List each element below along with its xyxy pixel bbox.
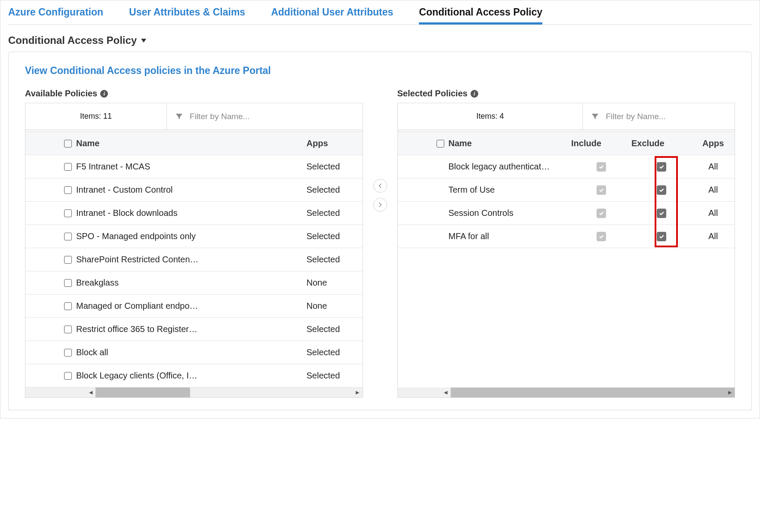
table-row[interactable]: BreakglassNone [25, 271, 363, 295]
policy-apps: Selected [307, 347, 363, 357]
available-policies-title: Available Policies [25, 89, 97, 98]
policy-name: F5 Intranet - MCAS [76, 162, 307, 172]
exclude-checkbox[interactable] [657, 162, 666, 172]
policy-apps: Selected [307, 255, 363, 264]
selected-items-count: Items: 4 [398, 103, 583, 129]
selected-filter-input[interactable] [606, 112, 727, 121]
tab-azure-configuration[interactable]: Azure Configuration [8, 5, 103, 25]
view-portal-link[interactable]: View Conditional Access policies in the … [25, 65, 271, 77]
policy-name: Session Controls [449, 208, 572, 218]
policy-panel: View Conditional Access policies in the … [8, 52, 752, 410]
tab-user-attributes-claims[interactable]: User Attributes & Claims [129, 5, 245, 25]
row-checkbox[interactable] [64, 326, 72, 333]
table-row[interactable]: Block legacy authenticat…All [398, 155, 735, 178]
row-checkbox[interactable] [64, 186, 72, 194]
policy-apps: Selected [307, 162, 363, 172]
policy-apps: None [307, 278, 363, 288]
row-checkbox[interactable] [64, 302, 72, 310]
selected-header-apps[interactable]: Apps [692, 138, 735, 148]
selected-select-all-checkbox[interactable] [437, 140, 444, 148]
table-row[interactable]: Block allSelected [25, 341, 363, 364]
policy-apps: All [692, 208, 735, 218]
available-items-count: Items: 11 [25, 103, 167, 129]
row-checkbox[interactable] [64, 279, 72, 287]
include-checkbox[interactable] [597, 209, 606, 218]
selected-rows-area: Block legacy authenticat…AllTerm of UseA… [398, 155, 735, 387]
table-row[interactable]: SPO - Managed endpoints onlySelected [25, 225, 363, 248]
include-checkbox[interactable] [597, 162, 606, 172]
row-checkbox[interactable] [64, 209, 72, 217]
available-header-name[interactable]: Name [76, 138, 307, 148]
policy-name: Breakglass [76, 278, 307, 288]
policy-name: SharePoint Restricted Conten… [76, 255, 307, 264]
table-row[interactable]: SharePoint Restricted Conten…Selected [25, 248, 363, 271]
move-right-button[interactable] [373, 198, 387, 212]
policy-name: Managed or Compliant endpo… [76, 301, 307, 311]
section-title-dropdown[interactable]: Conditional Access Policy [8, 25, 752, 52]
filter-icon [591, 112, 600, 121]
table-row[interactable]: MFA for allAll [398, 225, 735, 248]
available-select-all-checkbox[interactable] [64, 140, 72, 148]
scroll-right-icon[interactable]: ▶ [725, 387, 735, 397]
selected-header-name[interactable]: Name [449, 138, 572, 148]
policy-name: Term of Use [449, 185, 572, 195]
policy-name: MFA for all [449, 231, 572, 241]
available-filter-input[interactable] [190, 112, 354, 121]
chevron-right-icon [378, 202, 383, 207]
table-row[interactable]: Block Legacy clients (Office, I…Selected [25, 364, 363, 387]
policy-name: Block legacy authenticat… [449, 162, 572, 172]
selected-policies-title: Selected Policies [397, 89, 468, 98]
include-checkbox[interactable] [597, 185, 606, 195]
row-checkbox[interactable] [64, 372, 72, 380]
transfer-controls [371, 89, 390, 212]
exclude-checkbox[interactable] [657, 232, 666, 241]
table-row[interactable]: F5 Intranet - MCASSelected [25, 155, 363, 178]
table-row[interactable]: Session ControlsAll [398, 202, 735, 225]
table-row[interactable]: Term of UseAll [398, 178, 735, 202]
row-checkbox[interactable] [64, 233, 72, 240]
tab-additional-user-attributes[interactable]: Additional User Attributes [271, 5, 393, 25]
policy-apps: All [692, 231, 735, 241]
available-horizontal-scrollbar[interactable]: ◀ ▶ [25, 387, 363, 397]
policy-apps: All [692, 185, 735, 195]
policy-name: Intranet - Block downloads [76, 208, 307, 218]
policy-name: Block Legacy clients (Office, I… [76, 371, 307, 381]
policy-apps: Selected [307, 231, 363, 241]
section-title: Conditional Access Policy [8, 34, 137, 46]
info-icon[interactable]: i [471, 90, 478, 98]
filter-icon [175, 112, 184, 121]
include-checkbox[interactable] [597, 232, 606, 241]
info-icon[interactable]: i [100, 90, 108, 98]
policy-name: Restrict office 365 to Register… [76, 324, 307, 334]
scroll-left-icon[interactable]: ◀ [86, 387, 95, 397]
chevron-left-icon [378, 183, 383, 188]
policy-name: Block all [76, 347, 307, 357]
selected-horizontal-scrollbar[interactable]: ◀ ▶ [398, 387, 735, 397]
row-checkbox[interactable] [64, 349, 72, 357]
scroll-left-icon[interactable]: ◀ [441, 387, 451, 397]
available-header-apps[interactable]: Apps [307, 138, 363, 148]
move-left-button[interactable] [373, 179, 387, 193]
exclude-checkbox[interactable] [657, 185, 666, 195]
policy-apps: None [307, 301, 363, 311]
selected-header-exclude[interactable]: Exclude [631, 138, 692, 148]
chevron-down-icon [141, 39, 146, 43]
row-checkbox[interactable] [64, 256, 72, 264]
table-row[interactable]: Intranet - Custom ControlSelected [25, 178, 363, 202]
table-row[interactable]: Restrict office 365 to Register…Selected [25, 318, 363, 341]
tab-bar: Azure Configuration User Attributes & Cl… [8, 0, 752, 25]
available-rows-scroll[interactable]: F5 Intranet - MCASSelectedIntranet - Cus… [25, 155, 363, 387]
selected-header-include[interactable]: Include [571, 138, 631, 148]
scroll-right-icon[interactable]: ▶ [353, 387, 363, 397]
exclude-checkbox[interactable] [657, 209, 666, 218]
row-checkbox[interactable] [64, 163, 72, 171]
policy-apps: All [692, 162, 735, 172]
tab-conditional-access-policy[interactable]: Conditional Access Policy [419, 5, 542, 25]
policy-apps: Selected [307, 208, 363, 218]
policy-apps: Selected [307, 185, 363, 195]
table-row[interactable]: Managed or Compliant endpo…None [25, 295, 363, 318]
table-row[interactable]: Intranet - Block downloadsSelected [25, 202, 363, 225]
available-policies-column: Available Policies i Items: 11 [25, 89, 363, 398]
policy-apps: Selected [307, 371, 363, 381]
policy-apps: Selected [307, 324, 363, 334]
